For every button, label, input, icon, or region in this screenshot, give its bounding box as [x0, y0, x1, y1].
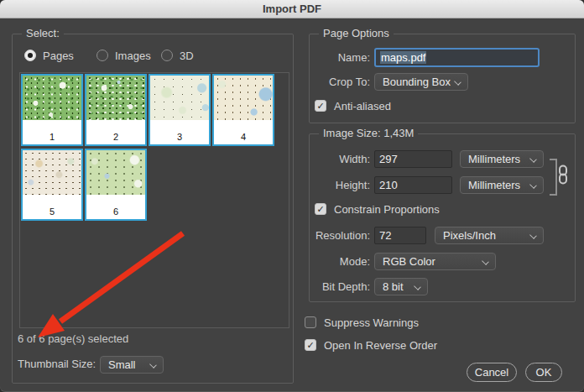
- open-in-reverse-order-label: Open In Reverse Order: [324, 339, 437, 352]
- chevron-down-icon: [529, 181, 537, 189]
- cancel-button[interactable]: Cancel: [467, 363, 517, 382]
- name-input-selected-text: maps.pdf: [380, 51, 426, 64]
- dialog-title: Import PDF: [263, 3, 321, 15]
- image-size-legend: Image Size: 1,43M: [319, 127, 418, 139]
- page-4-number: 4: [214, 120, 273, 144]
- images-radio-label: Images: [115, 50, 151, 62]
- suppress-warnings-row[interactable]: Suppress Warnings: [305, 316, 419, 329]
- thumbnail-size-select[interactable]: Small: [100, 356, 164, 374]
- page-4-preview: [214, 76, 273, 120]
- crop-to-select[interactable]: Bounding Box: [374, 73, 468, 91]
- thumbnail-size-label: Thumbnail Size:: [18, 355, 96, 373]
- thumbnail-page-1[interactable]: 1: [21, 74, 83, 146]
- thumbnail-page-3[interactable]: 3: [149, 74, 211, 146]
- resolution-unit-select[interactable]: Pixels/Inch: [435, 227, 544, 244]
- radio-images[interactable]: Images: [96, 49, 151, 62]
- page-3-number: 3: [150, 120, 209, 144]
- bit-depth-select[interactable]: 8 bit: [374, 278, 428, 295]
- page-1-preview: [23, 76, 81, 120]
- dimension-link-bracket: [550, 159, 557, 196]
- chevron-down-icon: [454, 78, 461, 86]
- width-input[interactable]: 297: [374, 150, 452, 168]
- anti-aliased-row[interactable]: ✓ Anti-aliased: [315, 99, 391, 112]
- thumbnail-page-6[interactable]: 6: [85, 149, 147, 221]
- page-2-preview: [86, 76, 145, 120]
- name-label: Name:: [310, 49, 370, 66]
- height-unit-select[interactable]: Millimeters: [460, 176, 544, 194]
- thumbnail-page-2[interactable]: 2: [85, 74, 147, 146]
- height-input[interactable]: 210: [374, 176, 452, 194]
- 3d-radio-label: 3D: [180, 50, 194, 62]
- checkmark-icon: ✓: [306, 341, 314, 350]
- pages-radio-button[interactable]: [24, 50, 36, 61]
- mode-select[interactable]: RGB Color: [374, 253, 496, 270]
- chevron-down-icon: [414, 283, 421, 290]
- thumbnail-page-5[interactable]: 5: [21, 149, 83, 221]
- page-2-number: 2: [86, 120, 145, 144]
- mode-label: Mode:: [310, 253, 370, 270]
- suppress-warnings-label: Suppress Warnings: [324, 316, 419, 329]
- checkmark-icon: ✓: [316, 205, 324, 214]
- page-5-preview: [23, 150, 81, 195]
- resolution-input[interactable]: 72: [374, 227, 426, 244]
- radio-3d[interactable]: 3D: [161, 49, 194, 62]
- chevron-down-icon: [529, 232, 537, 239]
- resolution-label: Resolution:: [310, 227, 370, 244]
- images-radio-button[interactable]: [96, 50, 108, 61]
- checkmark-icon: ✓: [316, 102, 324, 111]
- title-bar: Import PDF: [0, 0, 584, 18]
- bit-depth-label: Bit Depth:: [310, 278, 370, 295]
- select-group-legend: Select:: [22, 27, 64, 39]
- page-1-number: 1: [23, 120, 81, 144]
- crop-to-label: Crop To:: [310, 73, 370, 91]
- open-in-reverse-order-row[interactable]: ✓ Open In Reverse Order: [305, 338, 437, 352]
- select-group: Select: Pages Images 3D 1 2: [12, 34, 294, 384]
- width-label: Width:: [310, 150, 370, 168]
- 3d-radio-button[interactable]: [161, 50, 173, 61]
- constrain-proportions-checkbox[interactable]: ✓: [315, 203, 326, 215]
- anti-aliased-checkbox[interactable]: ✓: [315, 100, 326, 112]
- page-6-number: 6: [86, 195, 145, 219]
- import-pdf-dialog: Import PDF Select: Pages Images 3D 1: [0, 0, 584, 392]
- anti-aliased-label: Anti-aliased: [334, 100, 391, 112]
- chevron-down-icon: [482, 258, 489, 265]
- chevron-down-icon: [149, 361, 157, 368]
- page-5-number: 5: [23, 195, 81, 219]
- suppress-warnings-checkbox[interactable]: [305, 316, 316, 328]
- page-options-legend: Page Options: [319, 27, 394, 39]
- thumbnail-viewport[interactable]: 1 2 3 4 5: [19, 72, 289, 328]
- page-6-preview: [86, 150, 145, 195]
- link-icon: [558, 165, 568, 187]
- height-label: Height:: [310, 176, 370, 194]
- page-3-preview: [150, 76, 209, 120]
- constrain-proportions-label: Constrain Proportions: [334, 203, 440, 216]
- thumbnail-page-4[interactable]: 4: [212, 74, 274, 146]
- page-options-group: Page Options Name: maps.pdf Crop To: Bou…: [309, 34, 576, 123]
- name-input[interactable]: maps.pdf: [374, 48, 540, 67]
- selection-status-text: 6 of 6 page(s) selected: [18, 332, 128, 345]
- thumbnail-grid: 1 2 3 4 5: [20, 73, 289, 327]
- constrain-proportions-row[interactable]: ✓ Constrain Proportions: [315, 202, 440, 216]
- image-size-group: Image Size: 1,43M Width: 297 Millimeters…: [309, 133, 576, 302]
- radio-dot-icon: [28, 53, 33, 58]
- open-in-reverse-order-checkbox[interactable]: ✓: [305, 339, 316, 351]
- width-unit-select[interactable]: Millimeters: [460, 150, 544, 168]
- chevron-down-icon: [529, 155, 537, 163]
- radio-pages[interactable]: Pages: [24, 49, 74, 62]
- ok-button[interactable]: OK: [525, 363, 562, 382]
- pages-radio-label: Pages: [43, 50, 74, 62]
